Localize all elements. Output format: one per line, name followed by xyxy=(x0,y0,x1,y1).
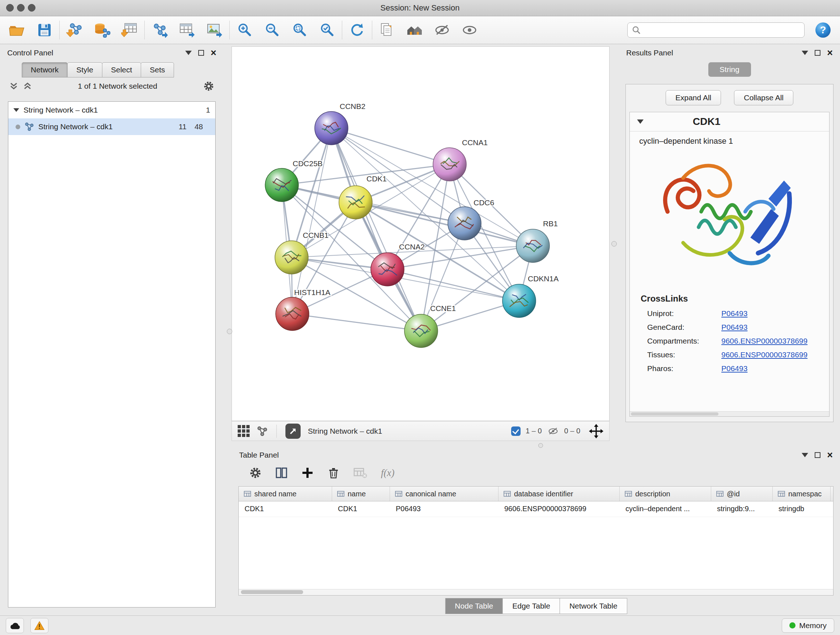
network-graph[interactable]: CCNB2CCNA1CDC25BCDK1CDC6RB1CCNB1CCNA2CDK… xyxy=(232,47,609,421)
network-overview-icon[interactable] xyxy=(257,426,268,437)
detach-view-button[interactable] xyxy=(286,424,301,439)
export-image-button[interactable] xyxy=(205,20,224,40)
tab-node-table[interactable]: Node Table xyxy=(445,598,503,614)
table-cell[interactable]: CDK1 xyxy=(332,501,390,516)
cloud-status-button[interactable] xyxy=(6,618,24,633)
bottom-splitter-handle[interactable] xyxy=(538,443,543,448)
right-splitter-handle[interactable] xyxy=(611,241,617,247)
node-RB1[interactable] xyxy=(516,229,549,263)
results-float-panel-icon[interactable] xyxy=(815,50,821,56)
edge-CCNB2-CCNA1[interactable] xyxy=(332,128,450,165)
crosslink-value-link[interactable]: P06493 xyxy=(722,364,747,373)
edge-CCNA2-CDKN1A[interactable] xyxy=(387,269,519,301)
tab-string[interactable]: String xyxy=(708,62,751,77)
import-network-file-button[interactable] xyxy=(65,20,84,40)
gear-icon[interactable] xyxy=(203,81,214,92)
pan-move-icon[interactable] xyxy=(589,424,603,439)
column-header-database-identifier[interactable]: database identifier xyxy=(499,486,620,501)
tab-select[interactable]: Select xyxy=(102,62,141,78)
birds-eye-view-icon[interactable] xyxy=(238,425,249,437)
node-CCNE1[interactable] xyxy=(404,314,438,348)
column-header-shared-name[interactable]: shared name xyxy=(239,486,332,501)
help-button[interactable]: ? xyxy=(814,20,832,40)
zoom-fit-button[interactable] xyxy=(291,20,309,40)
open-session-button[interactable] xyxy=(8,20,26,40)
table-horizontal-scrollbar[interactable] xyxy=(239,589,833,595)
network-row[interactable]: String Network – cdk1 11 48 xyxy=(8,119,215,135)
tab-sets[interactable]: Sets xyxy=(141,62,174,78)
tab-style[interactable]: Style xyxy=(67,62,103,78)
table-cell[interactable]: cyclin–dependent ... xyxy=(620,501,711,516)
search-input[interactable] xyxy=(644,26,800,35)
first-neighbors-button[interactable] xyxy=(406,20,424,40)
card-horizontal-scrollbar[interactable] xyxy=(630,411,829,416)
table-cell[interactable]: 9606.ENSP00000378699 xyxy=(499,501,620,516)
zoom-window-button[interactable] xyxy=(28,4,35,11)
float-panel-icon[interactable] xyxy=(198,50,204,56)
import-network-database-button[interactable] xyxy=(93,20,111,40)
selected-checkbox-icon[interactable] xyxy=(511,426,521,436)
node-CDKN1A[interactable] xyxy=(502,284,536,318)
collapse-all-icon[interactable] xyxy=(23,82,32,90)
tab-network[interactable]: Network xyxy=(22,62,68,78)
apply-layout-button[interactable] xyxy=(348,20,366,40)
node-CCNB2[interactable] xyxy=(315,111,348,145)
crosslink-value-link[interactable]: 9606.ENSP00000378699 xyxy=(722,350,807,359)
expand-all-icon[interactable] xyxy=(9,82,18,90)
delete-column-icon[interactable] xyxy=(327,467,340,479)
add-column-icon[interactable] xyxy=(302,467,314,479)
show-all-button[interactable] xyxy=(461,20,478,40)
function-builder-button[interactable]: f(x) xyxy=(381,467,394,478)
open-annotation-button[interactable] xyxy=(378,20,396,40)
crosslink-value-link[interactable]: P06493 xyxy=(722,323,747,332)
zoom-in-button[interactable] xyxy=(235,20,254,40)
table-close-panel-icon[interactable]: × xyxy=(827,452,833,458)
results-panel-menu-icon[interactable] xyxy=(802,51,808,55)
save-session-button[interactable] xyxy=(35,20,54,40)
table-scrollbar-thumb[interactable] xyxy=(241,590,303,594)
import-table-button[interactable] xyxy=(120,20,139,40)
close-panel-icon[interactable]: × xyxy=(210,50,216,56)
tab-network-table[interactable]: Network Table xyxy=(560,598,627,614)
results-close-panel-icon[interactable]: × xyxy=(827,50,833,56)
edge-CCNB2-HIST1H1A[interactable] xyxy=(292,128,332,314)
column-header-name[interactable]: name xyxy=(332,486,390,501)
table-cell[interactable]: P06493 xyxy=(390,501,499,516)
crosslink-value-link[interactable]: P06493 xyxy=(722,309,747,318)
left-splitter-handle[interactable] xyxy=(227,329,232,334)
crosslink-value-link[interactable]: 9606.ENSP00000378699 xyxy=(722,337,807,345)
show-columns-icon[interactable] xyxy=(275,467,287,479)
table-cell[interactable]: CDK1 xyxy=(239,501,332,516)
table-panel-menu-icon[interactable] xyxy=(802,453,808,457)
table-row[interactable]: CDK1CDK1P064939606.ENSP00000378699cyclin… xyxy=(239,501,833,517)
zoom-out-button[interactable] xyxy=(263,20,281,40)
edge-HIST1H1A-CCNE1[interactable] xyxy=(292,314,421,331)
table-float-panel-icon[interactable] xyxy=(815,452,821,458)
expand-all-button[interactable]: Expand All xyxy=(666,90,721,105)
node-CCNA1[interactable] xyxy=(433,148,466,181)
panel-menu-icon[interactable] xyxy=(185,51,192,55)
node-CDC6[interactable] xyxy=(448,207,481,240)
column-header-canonical-name[interactable]: canonical name xyxy=(390,486,499,501)
table-cell[interactable]: stringdb xyxy=(773,501,831,516)
collapse-all-button[interactable]: Collapse All xyxy=(734,90,793,105)
column-header-description[interactable]: description xyxy=(620,486,711,501)
protein-disclosure-icon[interactable] xyxy=(637,119,644,124)
table-settings-gear-icon[interactable] xyxy=(249,467,262,479)
export-network-button[interactable] xyxy=(150,20,169,40)
memory-button[interactable]: Memory xyxy=(782,618,834,633)
close-window-button[interactable] xyxy=(6,4,14,11)
node-HIST1H1A[interactable] xyxy=(276,297,309,331)
hide-selected-button[interactable] xyxy=(433,20,451,40)
network-collection-row[interactable]: String Network – cdk1 1 xyxy=(8,102,215,119)
node-CCNA2[interactable] xyxy=(371,253,404,286)
export-table-button[interactable] xyxy=(178,20,196,40)
zoom-selected-button[interactable] xyxy=(318,20,336,40)
edge-CCNB2-CCNE1[interactable] xyxy=(332,128,421,331)
tab-edge-table[interactable]: Edge Table xyxy=(502,598,560,614)
column-header-@id[interactable]: @id xyxy=(711,486,773,501)
table-cell[interactable]: stringdb:9... xyxy=(711,501,773,516)
warnings-button[interactable] xyxy=(30,618,49,633)
network-view[interactable]: CCNB2CCNA1CDC25BCDK1CDC6RB1CCNB1CCNA2CDK… xyxy=(232,46,609,421)
collection-disclosure-icon[interactable] xyxy=(13,108,19,112)
